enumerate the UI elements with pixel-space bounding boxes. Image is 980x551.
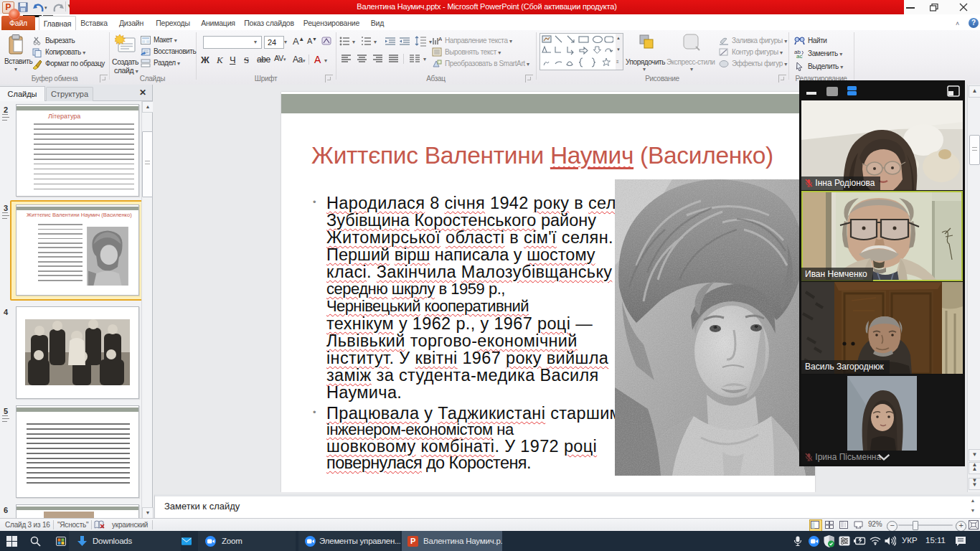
svg-text:A: A (438, 36, 442, 42)
svg-text:ac: ac (796, 53, 802, 58)
